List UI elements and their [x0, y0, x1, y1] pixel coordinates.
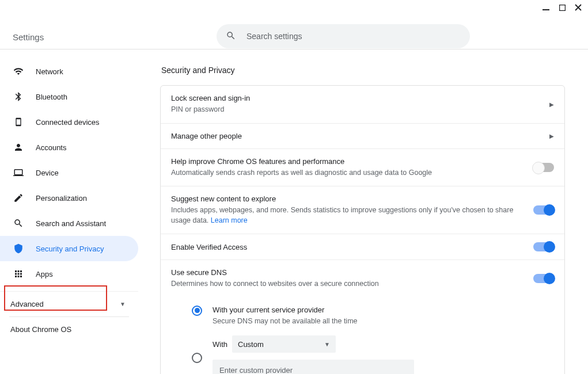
row-title: Help improve Chrome OS features and perf… [171, 157, 533, 166]
sidebar-item-apps[interactable]: Apps [0, 261, 138, 287]
sidebar-item-device[interactable]: Device [0, 160, 138, 185]
sidebar-item-label: Personalization [36, 194, 87, 203]
radio-custom[interactable] [192, 353, 202, 363]
sidebar-item-bluetooth[interactable]: Bluetooth [0, 84, 138, 109]
chevron-down-icon: ▼ [324, 341, 330, 348]
sidebar-item-label: Bluetooth [36, 93, 67, 101]
custom-provider-input[interactable]: Enter custom provider [213, 360, 414, 374]
toggle-suggest-content[interactable] [533, 205, 554, 215]
apps-icon [13, 269, 24, 279]
row-help-improve: Help improve Chrome OS features and perf… [161, 149, 564, 187]
row-subtitle: Determines how to connect to websites ov… [171, 279, 533, 289]
sidebar-item-connected-devices[interactable]: Connected devices [0, 109, 138, 135]
input-placeholder: Enter custom provider [219, 366, 293, 375]
chevron-down-icon: ▼ [120, 301, 126, 307]
dns-option-custom[interactable]: With Custom ▼ Enter custom provider [192, 331, 554, 374]
learn-more-link[interactable]: Learn more [211, 216, 248, 224]
content-area: Security and Privacy Lock screen and sig… [138, 49, 588, 374]
sidebar-item-label: Apps [36, 270, 53, 278]
row-lock-screen[interactable]: Lock screen and sign-in PIN or password … [161, 86, 564, 124]
option-subtitle: Secure DNS may not be available all the … [213, 316, 554, 327]
sidebar-item-label: Search and Assistant [36, 219, 106, 228]
sidebar-item-label: Accounts [36, 143, 66, 152]
row-subtitle: Automatically sends crash reports as wel… [171, 168, 533, 178]
row-title: Lock screen and sign-in [171, 94, 549, 102]
row-title: Use secure DNS [171, 268, 533, 277]
chevron-right-icon: ▶ [549, 101, 554, 108]
search-icon [226, 30, 236, 43]
dns-option-current-provider[interactable]: With your current service provider Secur… [192, 301, 554, 331]
phone-icon [13, 117, 24, 127]
row-title: Manage other people [171, 132, 549, 140]
dns-provider-select[interactable]: Custom ▼ [232, 335, 336, 353]
settings-card: Lock screen and sign-in PIN or password … [160, 85, 565, 374]
toggle-verified-access[interactable] [533, 242, 554, 251]
wifi-icon [13, 66, 24, 77]
toggle-help-improve[interactable] [533, 163, 554, 172]
sidebar-item-personalization[interactable]: Personalization [0, 185, 138, 211]
chevron-right-icon: ▶ [549, 133, 554, 139]
search-icon [13, 218, 24, 228]
search-bar[interactable] [217, 24, 470, 48]
option-title: With your current service provider [213, 306, 554, 314]
search-input[interactable] [245, 31, 470, 41]
row-manage-people[interactable]: Manage other people ▶ [161, 124, 564, 149]
page-title: Settings [13, 32, 44, 42]
advanced-toggle[interactable]: Advanced ▼ [0, 291, 138, 316]
sidebar-item-network[interactable]: Network [0, 59, 138, 84]
sidebar-item-search-assistant[interactable]: Search and Assistant [0, 211, 138, 236]
row-suggest-content: Suggest new content to explore Includes … [161, 186, 564, 234]
radio-current-provider[interactable] [192, 306, 202, 316]
row-title: Enable Verified Access [171, 243, 533, 251]
toggle-secure-dns[interactable] [533, 274, 554, 283]
row-secure-dns: Use secure DNS Determines how to connect… [161, 260, 564, 297]
option-with-label: With [213, 340, 227, 349]
row-title: Suggest new content to explore [171, 194, 533, 203]
person-icon [13, 142, 24, 152]
row-verified-access: Enable Verified Access [161, 234, 564, 260]
laptop-icon [13, 167, 24, 178]
sidebar-item-label: Connected devices [36, 118, 100, 127]
sidebar-item-accounts[interactable]: Accounts [0, 135, 138, 160]
bluetooth-icon [13, 91, 24, 102]
sidebar-item-security[interactable]: Security and Privacy [0, 236, 138, 261]
sidebar-item-label: Device [36, 169, 59, 177]
pencil-icon [13, 193, 24, 203]
dns-options: With your current service provider Secur… [161, 297, 564, 375]
shield-icon [13, 243, 24, 254]
section-heading: Security and Privacy [161, 66, 565, 75]
select-value: Custom [238, 340, 264, 349]
advanced-label: Advanced [10, 300, 44, 308]
row-subtitle: PIN or password [171, 105, 549, 115]
sidebar: Network Bluetooth Connected devices Acco… [0, 49, 138, 374]
sidebar-item-label: Security and Privacy [36, 245, 104, 253]
sidebar-item-label: Network [36, 67, 63, 76]
row-subtitle: Includes apps, webpages, and more. Sends… [171, 205, 533, 226]
about-link[interactable]: About Chrome OS [0, 317, 138, 342]
